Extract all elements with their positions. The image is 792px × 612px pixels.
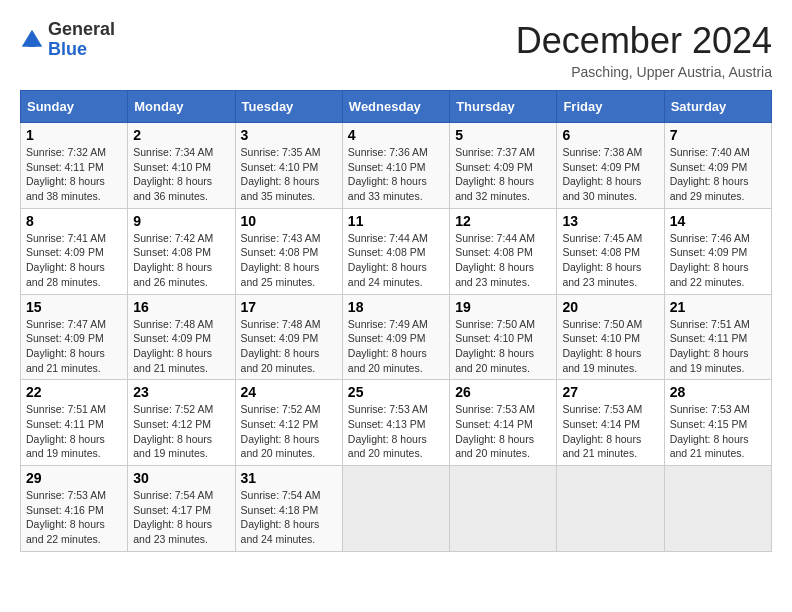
day-number: 31 [241,470,337,486]
day-number: 22 [26,384,122,400]
logo-general-text: General [48,19,115,39]
day-info: Sunrise: 7:53 AMSunset: 4:14 PMDaylight:… [562,403,642,459]
calendar-day-cell [664,466,771,552]
day-info: Sunrise: 7:44 AMSunset: 4:08 PMDaylight:… [455,232,535,288]
calendar-day-cell: 10Sunrise: 7:43 AMSunset: 4:08 PMDayligh… [235,208,342,294]
calendar-day-cell: 2Sunrise: 7:34 AMSunset: 4:10 PMDaylight… [128,123,235,209]
title-block: December 2024 Pasching, Upper Austria, A… [516,20,772,80]
day-info: Sunrise: 7:54 AMSunset: 4:17 PMDaylight:… [133,489,213,545]
day-info: Sunrise: 7:53 AMSunset: 4:15 PMDaylight:… [670,403,750,459]
day-info: Sunrise: 7:35 AMSunset: 4:10 PMDaylight:… [241,146,321,202]
logo-blue-text: Blue [48,39,87,59]
calendar-day-cell: 25Sunrise: 7:53 AMSunset: 4:13 PMDayligh… [342,380,449,466]
calendar-day-cell: 5Sunrise: 7:37 AMSunset: 4:09 PMDaylight… [450,123,557,209]
calendar-day-cell: 7Sunrise: 7:40 AMSunset: 4:09 PMDaylight… [664,123,771,209]
day-number: 3 [241,127,337,143]
calendar-day-cell: 19Sunrise: 7:50 AMSunset: 4:10 PMDayligh… [450,294,557,380]
calendar-day-cell: 4Sunrise: 7:36 AMSunset: 4:10 PMDaylight… [342,123,449,209]
day-number: 27 [562,384,658,400]
day-number: 19 [455,299,551,315]
day-info: Sunrise: 7:53 AMSunset: 4:13 PMDaylight:… [348,403,428,459]
day-number: 20 [562,299,658,315]
weekday-header-sunday: Sunday [21,91,128,123]
day-info: Sunrise: 7:36 AMSunset: 4:10 PMDaylight:… [348,146,428,202]
calendar-day-cell: 12Sunrise: 7:44 AMSunset: 4:08 PMDayligh… [450,208,557,294]
day-number: 13 [562,213,658,229]
calendar-day-cell: 15Sunrise: 7:47 AMSunset: 4:09 PMDayligh… [21,294,128,380]
day-info: Sunrise: 7:37 AMSunset: 4:09 PMDaylight:… [455,146,535,202]
calendar-day-cell: 6Sunrise: 7:38 AMSunset: 4:09 PMDaylight… [557,123,664,209]
calendar-day-cell: 31Sunrise: 7:54 AMSunset: 4:18 PMDayligh… [235,466,342,552]
logo: General Blue [20,20,115,60]
day-number: 11 [348,213,444,229]
day-info: Sunrise: 7:52 AMSunset: 4:12 PMDaylight:… [133,403,213,459]
calendar-day-cell [342,466,449,552]
location-subtitle: Pasching, Upper Austria, Austria [516,64,772,80]
weekday-header-monday: Monday [128,91,235,123]
day-info: Sunrise: 7:50 AMSunset: 4:10 PMDaylight:… [455,318,535,374]
day-number: 24 [241,384,337,400]
calendar-week-row: 8Sunrise: 7:41 AMSunset: 4:09 PMDaylight… [21,208,772,294]
day-number: 12 [455,213,551,229]
calendar-day-cell: 1Sunrise: 7:32 AMSunset: 4:11 PMDaylight… [21,123,128,209]
day-number: 23 [133,384,229,400]
day-number: 2 [133,127,229,143]
calendar-day-cell: 8Sunrise: 7:41 AMSunset: 4:09 PMDaylight… [21,208,128,294]
calendar-day-cell: 23Sunrise: 7:52 AMSunset: 4:12 PMDayligh… [128,380,235,466]
weekday-header-friday: Friday [557,91,664,123]
day-info: Sunrise: 7:54 AMSunset: 4:18 PMDaylight:… [241,489,321,545]
calendar-week-row: 1Sunrise: 7:32 AMSunset: 4:11 PMDaylight… [21,123,772,209]
calendar-day-cell: 27Sunrise: 7:53 AMSunset: 4:14 PMDayligh… [557,380,664,466]
weekday-header-row: SundayMondayTuesdayWednesdayThursdayFrid… [21,91,772,123]
weekday-header-saturday: Saturday [664,91,771,123]
calendar-day-cell: 17Sunrise: 7:48 AMSunset: 4:09 PMDayligh… [235,294,342,380]
day-number: 28 [670,384,766,400]
day-info: Sunrise: 7:47 AMSunset: 4:09 PMDaylight:… [26,318,106,374]
month-title: December 2024 [516,20,772,62]
calendar-day-cell: 21Sunrise: 7:51 AMSunset: 4:11 PMDayligh… [664,294,771,380]
calendar-day-cell: 13Sunrise: 7:45 AMSunset: 4:08 PMDayligh… [557,208,664,294]
calendar-day-cell [557,466,664,552]
day-info: Sunrise: 7:51 AMSunset: 4:11 PMDaylight:… [670,318,750,374]
day-number: 17 [241,299,337,315]
calendar-week-row: 29Sunrise: 7:53 AMSunset: 4:16 PMDayligh… [21,466,772,552]
calendar-table: SundayMondayTuesdayWednesdayThursdayFrid… [20,90,772,552]
calendar-day-cell: 11Sunrise: 7:44 AMSunset: 4:08 PMDayligh… [342,208,449,294]
day-info: Sunrise: 7:51 AMSunset: 4:11 PMDaylight:… [26,403,106,459]
calendar-day-cell: 30Sunrise: 7:54 AMSunset: 4:17 PMDayligh… [128,466,235,552]
day-number: 5 [455,127,551,143]
calendar-day-cell: 29Sunrise: 7:53 AMSunset: 4:16 PMDayligh… [21,466,128,552]
weekday-header-wednesday: Wednesday [342,91,449,123]
day-number: 10 [241,213,337,229]
day-number: 15 [26,299,122,315]
day-info: Sunrise: 7:34 AMSunset: 4:10 PMDaylight:… [133,146,213,202]
calendar-day-cell: 26Sunrise: 7:53 AMSunset: 4:14 PMDayligh… [450,380,557,466]
calendar-day-cell: 16Sunrise: 7:48 AMSunset: 4:09 PMDayligh… [128,294,235,380]
day-info: Sunrise: 7:38 AMSunset: 4:09 PMDaylight:… [562,146,642,202]
day-number: 9 [133,213,229,229]
calendar-day-cell: 28Sunrise: 7:53 AMSunset: 4:15 PMDayligh… [664,380,771,466]
day-number: 7 [670,127,766,143]
day-info: Sunrise: 7:32 AMSunset: 4:11 PMDaylight:… [26,146,106,202]
calendar-day-cell: 18Sunrise: 7:49 AMSunset: 4:09 PMDayligh… [342,294,449,380]
day-info: Sunrise: 7:41 AMSunset: 4:09 PMDaylight:… [26,232,106,288]
day-info: Sunrise: 7:46 AMSunset: 4:09 PMDaylight:… [670,232,750,288]
day-number: 1 [26,127,122,143]
calendar-day-cell: 9Sunrise: 7:42 AMSunset: 4:08 PMDaylight… [128,208,235,294]
day-info: Sunrise: 7:45 AMSunset: 4:08 PMDaylight:… [562,232,642,288]
svg-rect-1 [29,40,36,47]
day-info: Sunrise: 7:53 AMSunset: 4:14 PMDaylight:… [455,403,535,459]
day-number: 18 [348,299,444,315]
day-info: Sunrise: 7:48 AMSunset: 4:09 PMDaylight:… [133,318,213,374]
day-info: Sunrise: 7:42 AMSunset: 4:08 PMDaylight:… [133,232,213,288]
page-header: General Blue December 2024 Pasching, Upp… [20,20,772,80]
day-number: 8 [26,213,122,229]
day-info: Sunrise: 7:52 AMSunset: 4:12 PMDaylight:… [241,403,321,459]
day-number: 4 [348,127,444,143]
day-number: 6 [562,127,658,143]
day-info: Sunrise: 7:53 AMSunset: 4:16 PMDaylight:… [26,489,106,545]
calendar-day-cell: 22Sunrise: 7:51 AMSunset: 4:11 PMDayligh… [21,380,128,466]
calendar-week-row: 15Sunrise: 7:47 AMSunset: 4:09 PMDayligh… [21,294,772,380]
day-number: 26 [455,384,551,400]
day-info: Sunrise: 7:50 AMSunset: 4:10 PMDaylight:… [562,318,642,374]
